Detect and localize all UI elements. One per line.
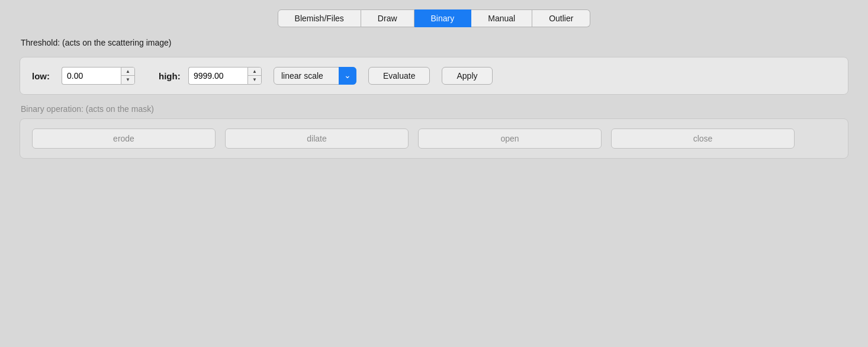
tab-manual[interactable]: Manual	[471, 9, 532, 27]
scale-select-wrapper: linear scale log scale	[274, 67, 356, 85]
tab-blemish-files[interactable]: Blemish/Files	[278, 9, 361, 27]
close-button[interactable]: close	[611, 128, 795, 149]
high-input[interactable]	[188, 67, 247, 85]
binary-operation-label: Binary operation: (acts on the mask)	[21, 104, 848, 114]
scale-select[interactable]: linear scale log scale	[274, 67, 356, 85]
low-spinner-up[interactable]: ▲	[121, 68, 134, 76]
binary-operation-section: Binary operation: (acts on the mask) ero…	[20, 104, 848, 159]
erode-button[interactable]: erode	[32, 128, 216, 149]
tab-outlier[interactable]: Outlier	[532, 9, 590, 27]
binary-operation-panel: erode dilate open close	[20, 118, 848, 159]
tab-binary[interactable]: Binary	[414, 9, 472, 27]
main-container: Blemish/Files Draw Binary Manual Outlier…	[0, 0, 868, 347]
low-input-group: ▲ ▼	[62, 67, 135, 85]
low-spinner-down[interactable]: ▼	[121, 76, 134, 84]
tab-draw[interactable]: Draw	[361, 9, 414, 27]
low-label: low:	[32, 71, 56, 81]
evaluate-button[interactable]: Evaluate	[368, 67, 430, 85]
low-spinner: ▲ ▼	[121, 67, 135, 85]
high-spinner: ▲ ▼	[247, 67, 262, 85]
open-button[interactable]: open	[418, 128, 602, 149]
low-input[interactable]	[62, 67, 121, 85]
dilate-button[interactable]: dilate	[225, 128, 409, 149]
threshold-section-label: Threshold: (acts on the scattering image…	[21, 38, 848, 47]
binary-buttons-row: erode dilate open close	[32, 128, 836, 149]
high-input-group: ▲ ▼	[188, 67, 262, 85]
content-area: Threshold: (acts on the scattering image…	[20, 38, 848, 159]
threshold-panel: low: ▲ ▼ high: ▲ ▼	[20, 57, 848, 95]
tab-bar: Blemish/Files Draw Binary Manual Outlier	[278, 9, 591, 27]
threshold-row: low: ▲ ▼ high: ▲ ▼	[32, 67, 836, 85]
high-label: high:	[159, 71, 182, 81]
high-spinner-down[interactable]: ▼	[248, 76, 261, 84]
high-spinner-up[interactable]: ▲	[248, 68, 261, 76]
apply-button[interactable]: Apply	[442, 67, 492, 85]
